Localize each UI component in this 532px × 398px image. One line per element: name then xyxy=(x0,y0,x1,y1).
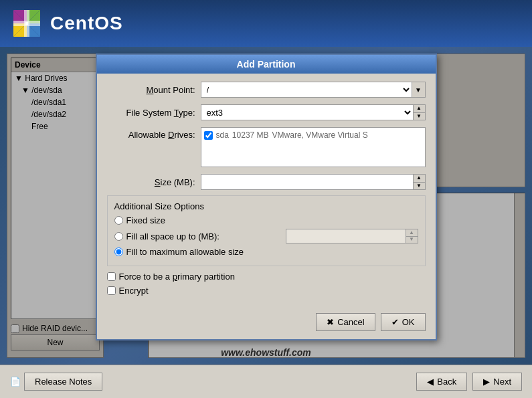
fs-type-select[interactable]: ext3 xyxy=(201,104,414,120)
size-row: Size (MB): 100 ▲ ▼ xyxy=(107,174,426,190)
size-input[interactable]: 100 xyxy=(201,174,414,190)
force-primary-row: Force to be a primary partition xyxy=(107,272,426,282)
add-partition-dialog: Add Partition Mount Point: / ▼ File Syst… xyxy=(96,54,437,340)
additional-size-title: Additional Size Options xyxy=(114,201,418,211)
fs-type-label: File System Type: xyxy=(107,108,201,118)
ok-label: OK xyxy=(402,317,415,327)
fill-up-down-btn[interactable]: ▼ xyxy=(406,237,418,244)
next-button[interactable]: ▶ Next xyxy=(472,373,522,391)
force-primary-checkbox[interactable] xyxy=(107,272,116,281)
fill-max-label: Fill to maximum allowable size xyxy=(126,247,244,257)
mount-point-label: Mount Point: xyxy=(107,85,201,95)
header: CentOS xyxy=(0,0,532,47)
fs-type-down-btn[interactable]: ▼ xyxy=(414,113,426,121)
back-label: Back xyxy=(437,377,456,387)
fs-type-control: ext3 ▲ ▼ xyxy=(201,104,426,120)
drives-box: sda 10237 MB VMware, VMware Virtual S xyxy=(201,127,426,167)
fs-type-up-btn[interactable]: ▲ xyxy=(414,104,426,113)
fill-up-input-wrap: 1 ▲ ▼ xyxy=(286,229,418,243)
encrypt-row: Encrypt xyxy=(107,286,426,296)
mount-point-row: Mount Point: / ▼ xyxy=(107,82,426,98)
fill-max-row: Fill to maximum allowable size xyxy=(114,247,418,257)
fill-up-radio[interactable] xyxy=(114,232,123,241)
footer-right: ◀ Back ▶ Next xyxy=(416,373,522,391)
dialog-body: Mount Point: / ▼ File System Type: ext3 xyxy=(97,74,436,308)
fixed-size-row: Fixed size xyxy=(114,215,418,225)
dialog-title: Add Partition xyxy=(97,55,436,74)
drive-name: sda xyxy=(216,130,229,140)
cancel-button[interactable]: ✖ Cancel xyxy=(316,313,375,331)
release-notes-icon: 📄 xyxy=(10,377,21,387)
allowable-drives-row: Allowable Drives: sda 10237 MB VMware, V… xyxy=(107,127,426,167)
cancel-icon: ✖ xyxy=(327,317,334,327)
fixed-size-radio[interactable] xyxy=(114,216,123,225)
encrypt-label: Encrypt xyxy=(119,286,149,296)
dialog-footer: ✖ Cancel ✔ OK xyxy=(97,308,436,339)
fill-up-label: Fill all space up to (MB): xyxy=(126,231,219,241)
footer-left: 📄 Release Notes xyxy=(10,373,102,391)
fill-up-spin-btns: ▲ ▼ xyxy=(406,229,418,243)
fs-type-row: File System Type: ext3 ▲ ▼ xyxy=(107,104,426,120)
svg-rect-11 xyxy=(25,22,28,25)
size-up-btn[interactable]: ▲ xyxy=(414,174,426,183)
release-notes-button[interactable]: Release Notes xyxy=(24,373,102,391)
drive-size: 10237 MB xyxy=(232,130,269,140)
fill-up-input[interactable]: 1 xyxy=(286,229,406,243)
mount-point-control: / ▼ xyxy=(201,82,426,98)
drive-item-sda: sda 10237 MB VMware, VMware Virtual S xyxy=(204,130,422,140)
size-input-wrap: 100 ▲ ▼ xyxy=(201,174,426,190)
mount-point-dropdown-btn[interactable]: ▼ xyxy=(412,82,426,98)
allowable-drives-label: Allowable Drives: xyxy=(107,127,201,140)
fill-up-row: Fill all space up to (MB): 1 ▲ ▼ xyxy=(114,229,418,243)
next-icon: ▶ xyxy=(483,377,490,387)
ok-button[interactable]: ✔ OK xyxy=(381,313,426,331)
next-label: Next xyxy=(493,377,511,387)
ok-icon: ✔ xyxy=(391,317,399,327)
back-button[interactable]: ◀ Back xyxy=(416,373,467,391)
size-label: Size (MB): xyxy=(107,177,201,187)
encrypt-checkbox[interactable] xyxy=(107,286,116,295)
dialog-overlay: Add Partition Mount Point: / ▼ File Syst… xyxy=(0,47,532,365)
size-spin-btns: ▲ ▼ xyxy=(414,174,426,190)
drives-area: sda 10237 MB VMware, VMware Virtual S xyxy=(201,127,426,167)
footer: 📄 Release Notes ◀ Back ▶ Next xyxy=(0,365,532,398)
mount-point-select[interactable]: / xyxy=(201,82,412,98)
centos-logo xyxy=(10,7,43,40)
back-icon: ◀ xyxy=(427,377,434,387)
drive-checkbox-sda[interactable] xyxy=(204,131,213,140)
fixed-size-label: Fixed size xyxy=(126,215,166,225)
fill-up-up-btn[interactable]: ▲ xyxy=(406,229,418,237)
size-down-btn[interactable]: ▼ xyxy=(414,183,426,191)
additional-size-section: Additional Size Options Fixed size Fill … xyxy=(107,195,426,266)
drive-desc: VMware, VMware Virtual S xyxy=(272,130,368,140)
fill-max-radio[interactable] xyxy=(114,247,123,256)
app-title: CentOS xyxy=(50,13,123,34)
force-primary-label: Force to be a primary partition xyxy=(119,272,235,282)
cancel-label: Cancel xyxy=(337,317,364,327)
